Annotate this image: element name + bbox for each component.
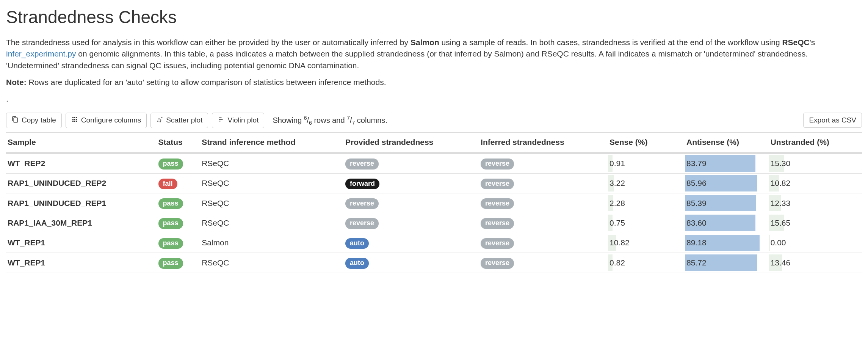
inferred-cell: reverse (479, 153, 608, 173)
unstranded-value: 15.65 (771, 218, 791, 227)
antisense-value: 83.79 (686, 159, 707, 168)
status-cell: pass (157, 213, 201, 233)
inferred-badge: reverse (481, 179, 514, 189)
note-label: Note: (6, 78, 27, 86)
inferred-badge: reverse (481, 218, 514, 229)
provided-cell: reverse (344, 153, 479, 173)
method-cell: RSeQC (200, 253, 344, 273)
table-row: WT_REP2passRSeQCreversereverse0.9183.791… (6, 153, 862, 173)
status-badge: pass (158, 238, 183, 249)
antisense-cell: 85.96 (685, 173, 769, 193)
svg-point-2 (160, 119, 161, 121)
provided-badge: reverse (345, 159, 379, 169)
method-cell: RSeQC (200, 213, 344, 233)
method-cell: RSeQC (200, 193, 344, 213)
col-status[interactable]: Status (157, 132, 201, 153)
table-row: RAP1_IAA_30M_REP1passRSeQCreversereverse… (6, 213, 862, 233)
inferred-badge: reverse (481, 159, 514, 169)
scatter-plot-button[interactable]: Scatter plot (150, 113, 208, 128)
unstranded-cell: 10.82 (769, 173, 862, 193)
col-inferred[interactable]: Inferred strandedness (479, 132, 608, 153)
antisense-value: 89.18 (686, 238, 707, 247)
unstranded-value: 12.33 (771, 199, 791, 207)
status-cell: pass (157, 153, 201, 173)
sense-value: 0.75 (609, 218, 625, 227)
scatter-icon (156, 116, 163, 125)
sense-value: 0.82 (609, 258, 625, 267)
method-cell: RSeQC (200, 153, 344, 173)
method-cell: Salmon (200, 233, 344, 253)
sense-value: 2.28 (609, 199, 625, 207)
value-bar (769, 235, 770, 251)
status-badge: fail (158, 179, 177, 189)
sense-cell: 0.91 (608, 153, 685, 173)
provided-cell: reverse (344, 213, 479, 233)
unstranded-cell: 13.46 (769, 253, 862, 273)
provided-cell: reverse (344, 193, 479, 213)
showing-summary: Showing 6/6 rows and 7/7 columns. (273, 114, 387, 127)
unstranded-value: 13.46 (771, 258, 791, 267)
provided-badge: reverse (345, 198, 379, 209)
antisense-cell: 85.39 (685, 193, 769, 213)
table-row: RAP1_UNINDUCED_REP2failRSeQCforwardrever… (6, 173, 862, 193)
table-row: WT_REP1passSalmonautoreverse10.8289.180.… (6, 233, 862, 253)
status-cell: pass (157, 193, 201, 213)
sample-cell: WT_REP1 (6, 233, 157, 253)
svg-point-4 (160, 121, 161, 122)
provided-cell: auto (344, 233, 479, 253)
sense-value: 10.82 (609, 238, 630, 247)
status-badge: pass (158, 218, 183, 229)
sample-cell: WT_REP2 (6, 153, 157, 173)
inferred-badge: reverse (481, 198, 514, 209)
unstranded-cell: 15.65 (769, 213, 862, 233)
sense-value: 3.22 (609, 179, 625, 187)
sample-cell: WT_REP1 (6, 253, 157, 273)
unstranded-cell: 12.33 (769, 193, 862, 213)
inferred-cell: reverse (479, 213, 608, 233)
antisense-value: 85.72 (686, 258, 707, 267)
table-row: WT_REP1passRSeQCautoreverse0.8285.7213.4… (6, 253, 862, 273)
rseqc-name: RSeQC (782, 38, 809, 47)
sense-cell: 10.82 (608, 233, 685, 253)
col-sense[interactable]: Sense (%) (608, 132, 685, 153)
inferred-badge: reverse (481, 238, 514, 249)
unstranded-cell: 0.00 (769, 233, 862, 253)
method-cell: RSeQC (200, 173, 344, 193)
provided-cell: forward (344, 173, 479, 193)
note-paragraph: Note: Rows are duplicated for an 'auto' … (6, 77, 862, 88)
copy-icon (12, 116, 19, 125)
col-provided[interactable]: Provided strandedness (344, 132, 479, 153)
provided-badge: reverse (345, 218, 379, 229)
violin-icon (218, 116, 224, 125)
antisense-cell: 83.79 (685, 153, 769, 173)
inferred-badge: reverse (481, 258, 514, 268)
unstranded-value: 10.82 (771, 179, 791, 187)
inferred-cell: reverse (479, 233, 608, 253)
status-cell: pass (157, 253, 201, 273)
col-method[interactable]: Strand inference method (200, 132, 344, 153)
antisense-cell: 89.18 (685, 233, 769, 253)
configure-columns-button[interactable]: Configure columns (66, 113, 147, 128)
col-antisense[interactable]: Antisense (%) (685, 132, 769, 153)
status-badge: pass (158, 198, 183, 209)
export-csv-button[interactable]: Export as CSV (803, 113, 862, 128)
sense-cell: 0.82 (608, 253, 685, 273)
table-toolbar: Copy table Configure columns Scatter plo… (6, 113, 862, 128)
antisense-value: 83.60 (686, 218, 707, 227)
infer-experiment-link[interactable]: infer_experiment.py (6, 49, 76, 58)
copy-table-button[interactable]: Copy table (6, 113, 62, 128)
sample-cell: RAP1_IAA_30M_REP1 (6, 213, 157, 233)
col-sample[interactable]: Sample (6, 132, 157, 153)
inferred-cell: reverse (479, 173, 608, 193)
status-cell: pass (157, 233, 201, 253)
table-row: RAP1_UNINDUCED_REP1passRSeQCreverserever… (6, 193, 862, 213)
col-unstranded[interactable]: Unstranded (%) (769, 132, 862, 153)
svg-point-3 (161, 117, 163, 118)
provided-badge: forward (345, 179, 379, 189)
sense-cell: 0.75 (608, 213, 685, 233)
provided-cell: auto (344, 253, 479, 273)
table-header-row: Sample Status Strand inference method Pr… (6, 132, 862, 153)
sense-cell: 2.28 (608, 193, 685, 213)
status-badge: pass (158, 258, 183, 268)
violin-plot-button[interactable]: Violin plot (212, 113, 264, 128)
